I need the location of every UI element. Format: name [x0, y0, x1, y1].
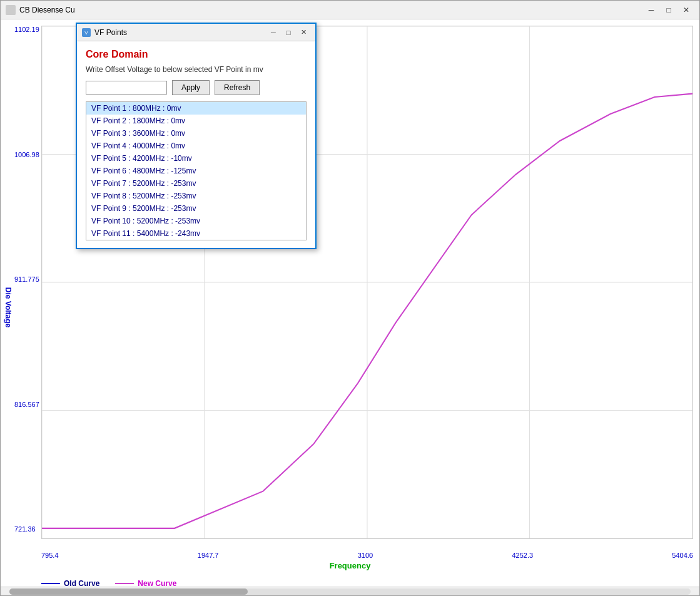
x-label-3: 3100: [358, 552, 373, 559]
vf-list-item[interactable]: VF Point 7 : 5200MHz : -253mv: [86, 177, 306, 190]
popup-heading: Core Domain: [86, 49, 307, 60]
x-label-4: 4252.3: [512, 552, 533, 559]
horizontal-scrollbar[interactable]: [1, 587, 699, 595]
y-axis-labels: 1102.19 1006.98 911.775 816.567 721.36: [14, 26, 43, 533]
y-label-2: 1006.98: [14, 151, 43, 158]
vf-list-item[interactable]: VF Point 6 : 4800MHz : -125mv: [86, 165, 306, 177]
popup-win-controls: ─ □ ✕: [266, 27, 310, 38]
x-label-2: 1947.7: [198, 552, 219, 559]
x-label-1: 795.4: [41, 552, 59, 559]
popup-title-text: VF Points: [94, 28, 263, 37]
y-label-3: 911.775: [14, 275, 43, 283]
main-maximize-button[interactable]: □: [661, 3, 677, 17]
vf-list-item[interactable]: VF Point 1 : 800MHz : 0mv: [86, 102, 306, 115]
vf-list-item[interactable]: VF Point 4 : 4000MHz : 0mv: [86, 140, 306, 152]
main-content: Die Voltage 1102.19 1006.98 911.775 816.…: [1, 19, 699, 595]
refresh-button[interactable]: Refresh: [215, 80, 260, 95]
vf-points-list: VF Point 1 : 800MHz : 0mvVF Point 2 : 18…: [86, 102, 306, 240]
vf-list-item[interactable]: VF Point 11 : 5400MHz : -243mv: [86, 227, 306, 240]
main-app-icon: C: [6, 5, 16, 15]
scrollbar-thumb[interactable]: [9, 588, 248, 595]
vf-list-item[interactable]: VF Point 2 : 1800MHz : 0mv: [86, 115, 306, 127]
y-label-1: 1102.19: [14, 26, 43, 33]
x-axis-labels: 795.4 1947.7 3100 4252.3 5404.6: [41, 552, 693, 559]
main-titlebar: C CB Diesense Cu ─ □ ✕: [1, 1, 699, 19]
y-axis-title: Die Voltage: [4, 287, 13, 327]
popup-content: Core Domain Write Offset Voltage to belo…: [77, 41, 315, 248]
x-axis-title: Frequency: [330, 561, 371, 570]
popup-maximize-button[interactable]: □: [282, 27, 295, 38]
vf-list-container: VF Point 1 : 800MHz : 0mvVF Point 2 : 18…: [86, 101, 307, 240]
svg-text:V: V: [84, 30, 88, 36]
popup-titlebar: V VF Points ─ □ ✕: [77, 24, 315, 41]
scrollbar-track[interactable]: [9, 588, 691, 595]
old-curve-line-icon: [41, 581, 60, 586]
vf-list-item[interactable]: VF Point 3 : 3600MHz : 0mv: [86, 127, 306, 140]
main-window-controls: ─ □ ✕: [643, 3, 694, 17]
y-label-5: 721.36: [14, 525, 43, 533]
popup-subtitle: Write Offset Voltage to below selected V…: [86, 65, 307, 74]
x-label-5: 5404.6: [672, 552, 693, 559]
main-close-button[interactable]: ✕: [678, 3, 694, 17]
apply-button[interactable]: Apply: [172, 80, 210, 95]
main-minimize-button[interactable]: ─: [643, 3, 659, 17]
popup-title-icon: V: [82, 28, 91, 37]
vf-list-item[interactable]: VF Point 5 : 4200MHz : -10mv: [86, 152, 306, 165]
vf-list-item[interactable]: VF Point 9 : 5200MHz : -253mv: [86, 202, 306, 215]
popup-minimize-button[interactable]: ─: [266, 27, 280, 38]
main-title: CB Diesense Cu: [19, 6, 639, 14]
main-window: C CB Diesense Cu ─ □ ✕ Die Voltage 1102.…: [0, 0, 700, 596]
vf-points-window: V VF Points ─ □ ✕ Core Domain Write Offs…: [76, 23, 317, 249]
y-label-4: 816.567: [14, 401, 43, 408]
new-curve-line-icon: [115, 581, 134, 586]
vf-list-item[interactable]: VF Point 10 : 5200MHz : -253mv: [86, 215, 306, 227]
popup-close-button[interactable]: ✕: [297, 27, 310, 38]
offset-voltage-input[interactable]: [86, 81, 167, 95]
vf-list-item[interactable]: VF Point 8 : 5200MHz : -253mv: [86, 190, 306, 202]
popup-controls: Apply Refresh: [86, 80, 307, 95]
